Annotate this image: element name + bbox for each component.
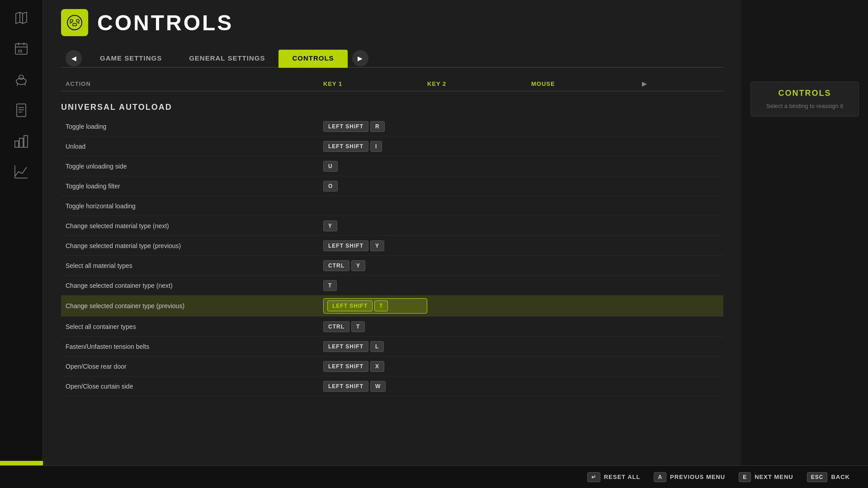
control-row[interactable]: Change selected material type (next)Y [61, 216, 723, 236]
reset-all-action[interactable]: ↵ RESET ALL [587, 472, 641, 482]
key-badge: LEFT SHIFT [323, 341, 368, 352]
control-row[interactable]: Open/Close curtain sideLEFT SHIFTW [61, 376, 723, 396]
key-badge: Y [323, 221, 337, 231]
key-badge: L [370, 341, 384, 352]
prev-key: A [654, 472, 666, 482]
action-name: Change selected container type (next) [61, 282, 323, 289]
key-badge: R [370, 121, 385, 132]
svg-text:15: 15 [18, 49, 22, 53]
control-row[interactable]: Select all material typesCTRLY [61, 256, 723, 276]
key1-cell: CTRLT [323, 321, 427, 332]
next-menu-action[interactable]: E NEXT MENU [739, 472, 793, 482]
section-title: UNIVERSAL AUTOLOAD [61, 96, 723, 117]
svg-rect-15 [15, 141, 19, 147]
previous-menu-action[interactable]: A PREVIOUS MENU [654, 472, 725, 482]
key-badge: T [351, 321, 365, 332]
control-row[interactable]: Toggle loadingLEFT SHIFTR [61, 117, 723, 136]
action-name: Select all material types [61, 262, 323, 269]
key1-cell: O [323, 181, 427, 192]
key1-cell: T [323, 280, 427, 291]
col-key1: KEY 1 [323, 80, 427, 87]
col-mouse: MOUSE [531, 80, 635, 87]
reset-key: ↵ [587, 472, 600, 482]
back-action[interactable]: ESC BACK [807, 472, 850, 482]
action-name: Change selected container type (previous… [61, 302, 323, 310]
action-name: Change selected material type (next) [61, 222, 323, 230]
key-badge: CTRL [323, 260, 349, 271]
esc-key: ESC [807, 472, 828, 482]
sidebar: 15 [0, 0, 43, 488]
reset-label: RESET ALL [604, 474, 641, 480]
svg-line-9 [17, 83, 18, 86]
page-icon [61, 9, 88, 36]
key-badge: Y [351, 260, 365, 271]
page-header: CONTROLS [61, 9, 723, 36]
tab-controls[interactable]: CONTROLS [278, 50, 347, 68]
key1-cell: LEFT SHIFTX [323, 361, 427, 372]
key-badge: LEFT SHIFT [327, 300, 373, 311]
control-row[interactable]: Toggle horizontal loading [61, 196, 723, 216]
svg-rect-11 [17, 104, 26, 117]
svg-point-23 [76, 19, 79, 22]
hint-title: CONTROLS [758, 89, 852, 98]
controls-hint: CONTROLS Select a binding to reassign it [750, 81, 859, 117]
key-badge: O [323, 181, 338, 192]
key-badge: I [370, 141, 382, 152]
key-badge: X [370, 361, 384, 372]
action-name: Fasten/Unfasten tension belts [61, 343, 323, 350]
key1-cell: LEFT SHIFTY [323, 240, 427, 251]
action-name: Toggle loading [61, 123, 323, 130]
sidebar-item-stats[interactable] [5, 158, 37, 185]
svg-point-21 [67, 15, 82, 30]
right-panel: CONTROLS Select a binding to reassign it [741, 0, 868, 488]
bottom-bar: ↵ RESET ALL A PREVIOUS MENU E NEXT MENU … [0, 465, 868, 488]
tabs-bar: ◀ GAME SETTINGS GENERAL SETTINGS CONTROL… [61, 50, 723, 68]
control-row[interactable]: Fasten/Unfasten tension beltsLEFT SHIFTL [61, 337, 723, 357]
action-name: Toggle horizontal loading [61, 202, 323, 210]
tab-next-arrow[interactable]: ▶ [352, 50, 368, 66]
sidebar-item-contracts[interactable] [5, 97, 37, 124]
sidebar-item-animals[interactable] [5, 66, 37, 93]
col-nav: ▶ [635, 80, 653, 87]
action-name: Change selected material type (previous) [61, 242, 323, 249]
key-badge: LEFT SHIFT [323, 141, 368, 152]
key1-cell: LEFT SHIFTI [323, 141, 427, 152]
key-badge: Y [370, 240, 384, 251]
key1-cell: LEFT SHIFTL [323, 341, 427, 352]
key1-cell: LEFT SHIFTT [323, 298, 427, 314]
sidebar-item-calendar[interactable]: 15 [5, 35, 37, 62]
next-key: E [739, 472, 751, 482]
hint-text: Select a binding to reassign it [758, 103, 852, 109]
main-content: CONTROLS ◀ GAME SETTINGS GENERAL SETTING… [43, 0, 741, 488]
sidebar-item-production[interactable] [5, 127, 37, 155]
key1-cell: U [323, 161, 427, 172]
control-row[interactable]: Open/Close rear doorLEFT SHIFTX [61, 357, 723, 376]
control-row[interactable]: Change selected container type (next)T [61, 276, 723, 296]
tab-game-settings[interactable]: GAME SETTINGS [86, 50, 175, 68]
key1-cell: LEFT SHIFTR [323, 121, 427, 132]
action-name: Toggle unloading side [61, 163, 323, 170]
sidebar-item-map[interactable] [5, 5, 37, 32]
svg-rect-24 [73, 23, 76, 26]
key-badge: W [370, 381, 386, 392]
control-row[interactable]: Toggle unloading sideU [61, 156, 723, 176]
control-row[interactable]: UnloadLEFT SHIFTI [61, 136, 723, 156]
tab-prev-arrow[interactable]: ◀ [66, 50, 82, 66]
control-row[interactable]: Change selected material type (previous)… [61, 236, 723, 256]
key-badge: T [374, 300, 388, 311]
action-name: Unload [61, 143, 323, 150]
controls-list[interactable]: UNIVERSAL AUTOLOAD Toggle loadingLEFT SH… [61, 96, 723, 457]
tab-general-settings[interactable]: GENERAL SETTINGS [175, 50, 278, 68]
next-label: NEXT MENU [755, 474, 793, 480]
svg-rect-16 [19, 138, 23, 147]
control-row[interactable]: Change selected container type (previous… [61, 296, 723, 317]
control-row[interactable]: Select all container typesCTRLT [61, 317, 723, 337]
control-row[interactable]: Toggle loading filterO [61, 176, 723, 196]
col-action: ACTION [61, 80, 323, 87]
key-badge: LEFT SHIFT [323, 121, 368, 132]
key-badge: LEFT SHIFT [323, 361, 368, 372]
action-name: Open/Close curtain side [61, 383, 323, 390]
action-name: Select all container types [61, 323, 323, 330]
key-badge: T [323, 280, 337, 291]
svg-point-22 [70, 19, 73, 22]
